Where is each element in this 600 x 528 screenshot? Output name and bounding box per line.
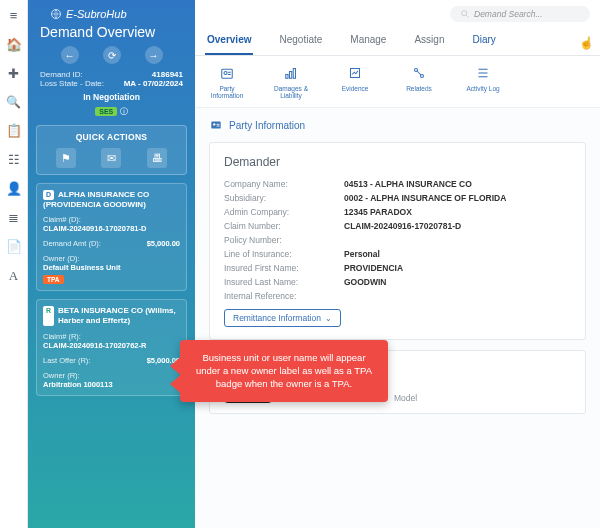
brand-text: E-SubroHub bbox=[66, 8, 127, 20]
field-label: Internal Reference: bbox=[224, 291, 344, 301]
tab-overview[interactable]: Overview bbox=[205, 26, 253, 55]
qa-print-icon[interactable]: 🖶 bbox=[147, 148, 167, 168]
section-title: Party Information bbox=[229, 120, 305, 131]
d-tag: D bbox=[43, 190, 54, 200]
home-icon[interactable]: 🏠 bbox=[6, 37, 22, 52]
d-amt-lbl: Demand Amt (D): bbox=[43, 239, 101, 248]
subnav-party-info[interactable]: Party Information bbox=[205, 64, 249, 99]
r-claim-val: CLAIM-20240916-17020762-R bbox=[43, 341, 180, 350]
field-row: Insured First Name:PROVIDENCIA bbox=[224, 263, 571, 273]
refresh-icon[interactable]: ⟳ bbox=[103, 46, 121, 64]
global-search[interactable]: Demand Search... bbox=[450, 6, 590, 22]
r-name: BETA INSURANCE CO (Willms, Harber and Ef… bbox=[58, 306, 180, 325]
svg-rect-20 bbox=[217, 126, 220, 127]
add-icon[interactable]: ✚ bbox=[8, 66, 19, 81]
search-icon[interactable]: 🔍 bbox=[6, 95, 21, 109]
tab-assign[interactable]: Assign bbox=[412, 26, 446, 55]
equalizer-icon[interactable]: ☷ bbox=[8, 152, 20, 167]
field-label: Line of Insurance: bbox=[224, 249, 344, 259]
field-value: 12345 PARADOX bbox=[344, 207, 412, 217]
d-sub: (PROVIDENCIA GOODWIN) bbox=[43, 200, 180, 209]
content: Party Information Demander Company Name:… bbox=[195, 108, 600, 528]
remittance-info-button[interactable]: Remittance Information ⌄ bbox=[224, 309, 341, 327]
sidebar-title: Demand Overview bbox=[36, 24, 187, 40]
field-row: Company Name:04513 - ALPHA INSURANCE CO bbox=[224, 179, 571, 189]
field-row: Subsidiary:0002 - ALPHA INSURANCE OF FLO… bbox=[224, 193, 571, 203]
party-card-demander[interactable]: DALPHA INSURANCE CO (PROVIDENCIA GOODWIN… bbox=[36, 183, 187, 291]
d-claim-lbl: Claim# (D): bbox=[43, 215, 180, 224]
cursor-hand-icon: ☝️ bbox=[579, 36, 594, 50]
globe-icon bbox=[50, 8, 62, 20]
field-row: Admin Company:12345 PARADOX bbox=[224, 207, 571, 217]
field-value: CLAIM-20240916-17020781-D bbox=[344, 221, 461, 231]
sidebar: E-SubroHub Demand Overview ← ⟳ → Demand … bbox=[28, 0, 195, 528]
demander-card: Demander Company Name:04513 - ALPHA INSU… bbox=[209, 142, 586, 340]
d-owner-val: Default Business Unit bbox=[43, 263, 180, 272]
search-placeholder: Demand Search... bbox=[474, 9, 543, 19]
d-claim-val: CLAIM-20240916-17020781-D bbox=[43, 224, 180, 233]
info-icon[interactable]: ⓘ bbox=[120, 107, 128, 116]
clipboard-icon[interactable]: 📋 bbox=[6, 123, 22, 138]
list-icon[interactable]: ≣ bbox=[8, 210, 19, 225]
field-row: Internal Reference: bbox=[224, 291, 571, 301]
tab-manage[interactable]: Manage bbox=[348, 26, 388, 55]
loss-value: MA - 07/02/2024 bbox=[124, 79, 183, 88]
next-icon[interactable]: → bbox=[145, 46, 163, 64]
user-check-icon[interactable]: 👤 bbox=[6, 181, 22, 196]
field-value: Personal bbox=[344, 249, 380, 259]
svg-rect-7 bbox=[286, 75, 288, 79]
status-text: In Negotiation bbox=[36, 92, 187, 102]
veh-col-model: Model bbox=[394, 393, 417, 403]
search-input-icon bbox=[460, 9, 470, 19]
ses-badge: SES bbox=[95, 107, 117, 116]
subnav-relateds[interactable]: Relateds bbox=[397, 64, 441, 99]
party-info-icon bbox=[209, 118, 223, 132]
d-name: ALPHA INSURANCE CO bbox=[58, 190, 149, 200]
r-tag: R bbox=[43, 306, 54, 325]
chevron-down-icon: ⌄ bbox=[325, 314, 332, 323]
svg-rect-8 bbox=[290, 72, 292, 79]
qa-message-icon[interactable]: ✉ bbox=[101, 148, 121, 168]
field-label: Admin Company: bbox=[224, 207, 344, 217]
demand-id-value: 4186941 bbox=[152, 70, 183, 79]
tab-negotiate[interactable]: Negotiate bbox=[277, 26, 324, 55]
field-label: Subsidiary: bbox=[224, 193, 344, 203]
field-value: PROVIDENCIA bbox=[344, 263, 403, 273]
svg-rect-9 bbox=[293, 69, 295, 79]
nav-rail: ≡ 🏠 ✚ 🔍 📋 ☷ 👤 ≣ 📄 A bbox=[0, 0, 28, 528]
sidebar-nav-icons: ← ⟳ → bbox=[36, 46, 187, 64]
qa-flag-icon[interactable]: ⚑ bbox=[56, 148, 76, 168]
subnav: Party Information Damages & Liability Ev… bbox=[195, 56, 600, 108]
field-row: Policy Number: bbox=[224, 235, 571, 245]
field-row: Insured Last Name:GOODWIN bbox=[224, 277, 571, 287]
prev-icon[interactable]: ← bbox=[61, 46, 79, 64]
main-panel: Demand Search... Overview Negotiate Mana… bbox=[195, 0, 600, 528]
svg-point-1 bbox=[462, 11, 467, 16]
tab-bar: Overview Negotiate Manage Assign Diary ☝… bbox=[195, 26, 600, 56]
field-value: 0002 - ALPHA INSURANCE OF FLORIDA bbox=[344, 193, 506, 203]
subnav-evidence[interactable]: Evidence bbox=[333, 64, 377, 99]
subnav-damages[interactable]: Damages & Liability bbox=[269, 64, 313, 99]
section-header: Party Information bbox=[209, 118, 586, 132]
svg-rect-19 bbox=[217, 124, 220, 125]
d-amt-val: $5,000.00 bbox=[147, 239, 180, 248]
d-owner-lbl: Owner (D): bbox=[43, 254, 180, 263]
subnav-activity[interactable]: Activity Log bbox=[461, 64, 505, 99]
field-label: Policy Number: bbox=[224, 235, 344, 245]
svg-point-18 bbox=[213, 123, 215, 125]
tab-diary[interactable]: Diary bbox=[470, 26, 497, 55]
document-icon[interactable]: 📄 bbox=[6, 239, 22, 254]
callout-annotation: Business unit or user name will appear u… bbox=[180, 340, 388, 402]
field-label: Claim Number: bbox=[224, 221, 344, 231]
svg-line-13 bbox=[417, 71, 422, 76]
menu-icon[interactable]: ≡ bbox=[10, 8, 18, 23]
demand-id-label: Demand ID: bbox=[40, 70, 83, 79]
field-row: Line of Insurance:Personal bbox=[224, 249, 571, 259]
field-row: Claim Number:CLAIM-20240916-17020781-D bbox=[224, 221, 571, 231]
tpa-badge: TPA bbox=[43, 275, 64, 284]
field-label: Company Name: bbox=[224, 179, 344, 189]
demander-title: Demander bbox=[224, 155, 571, 169]
brand-logo: E-SubroHub bbox=[36, 8, 187, 20]
font-icon[interactable]: A bbox=[9, 268, 18, 284]
r-claim-lbl: Claim# (R): bbox=[43, 332, 180, 341]
